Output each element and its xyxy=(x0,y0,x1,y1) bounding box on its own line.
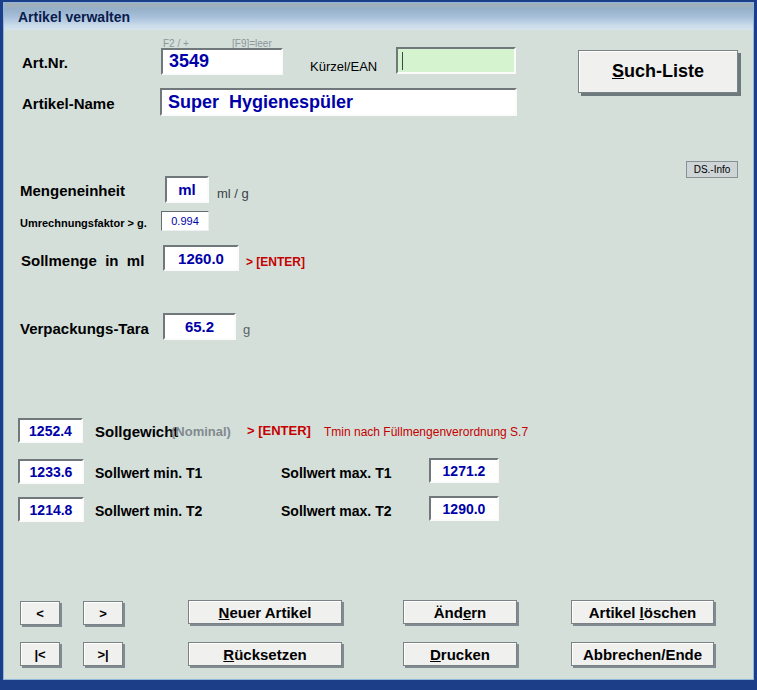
sollwert-min-t2-input[interactable] xyxy=(18,497,84,522)
artnr-label: Art.Nr. xyxy=(22,54,68,71)
sollwert-max-t1-label: Sollwert max. T1 xyxy=(281,465,391,481)
sollwert-min-t1-label: Sollwert min. T1 xyxy=(95,465,202,481)
sollgewicht-nominal-hint: (Nominal) xyxy=(171,424,231,439)
window-title: Artikel verwalten xyxy=(18,9,130,25)
nav-last-button[interactable]: >| xyxy=(83,642,123,666)
ruecksetzen-button[interactable]: Rücksetzen xyxy=(188,642,342,666)
mengeneinheit-input[interactable] xyxy=(165,176,209,203)
nav-prev-button[interactable]: < xyxy=(20,601,60,625)
kuerzel-ean-label: Kürzel/EAN xyxy=(310,59,377,74)
sollmenge-input[interactable] xyxy=(163,245,239,271)
umrechnungsfaktor-label: Umrechnungsfaktor > g. xyxy=(20,217,147,229)
sollgewicht-label: Sollgewicht xyxy=(95,423,178,440)
sollgewicht-input[interactable] xyxy=(18,418,83,443)
nav-next-button[interactable]: > xyxy=(83,601,123,625)
text-cursor xyxy=(402,52,403,70)
titlebar[interactable]: Artikel verwalten xyxy=(4,3,753,30)
neuer-artikel-button[interactable]: Neuer Artikel xyxy=(188,600,342,624)
ds-info-button[interactable]: DS.-Info xyxy=(686,161,738,178)
sollmenge-enter-hint: > [ENTER] xyxy=(246,255,305,269)
sollwert-min-t2-label: Sollwert min. T2 xyxy=(95,503,202,519)
artikel-name-label: Artikel-Name xyxy=(22,95,115,112)
aendern-button[interactable]: Ändern xyxy=(403,600,517,624)
mengeneinheit-label: Mengeneinheit xyxy=(20,182,125,199)
mengeneinheit-unit-hint: ml / g xyxy=(217,186,249,201)
umrechnungsfaktor-input[interactable] xyxy=(161,211,209,231)
verpackungs-tara-input[interactable] xyxy=(163,313,236,340)
artikel-name-input[interactable] xyxy=(160,88,517,116)
sollwert-max-t2-input[interactable] xyxy=(429,496,499,521)
sollwert-max-t2-label: Sollwert max. T2 xyxy=(281,503,391,519)
artikel-loeschen-button[interactable]: Artikel löschen xyxy=(571,600,714,624)
verpackungs-tara-unit: g xyxy=(243,322,250,337)
abbrechen-ende-button[interactable]: Abbrechen/Ende xyxy=(571,642,714,666)
kuerzel-ean-input[interactable] xyxy=(396,47,516,74)
drucken-button[interactable]: Drucken xyxy=(403,642,517,666)
sollwert-max-t1-input[interactable] xyxy=(429,458,499,483)
such-liste-button[interactable]: Such-Liste xyxy=(578,50,738,93)
sollmenge-label: Sollmenge in ml xyxy=(21,252,144,269)
sollgewicht-enter-hint: > [ENTER] xyxy=(247,423,311,438)
artnr-input[interactable] xyxy=(161,48,283,75)
tmin-note: Tmin nach Füllmengenverordnung S.7 xyxy=(324,425,528,439)
nav-first-button[interactable]: |< xyxy=(20,642,60,666)
artikel-verwalten-window: Artikel verwalten F2 / + [F9]=leer Art.N… xyxy=(0,0,757,690)
verpackungs-tara-label: Verpackungs-Tara xyxy=(20,320,149,337)
sollwert-min-t1-input[interactable] xyxy=(18,459,84,484)
